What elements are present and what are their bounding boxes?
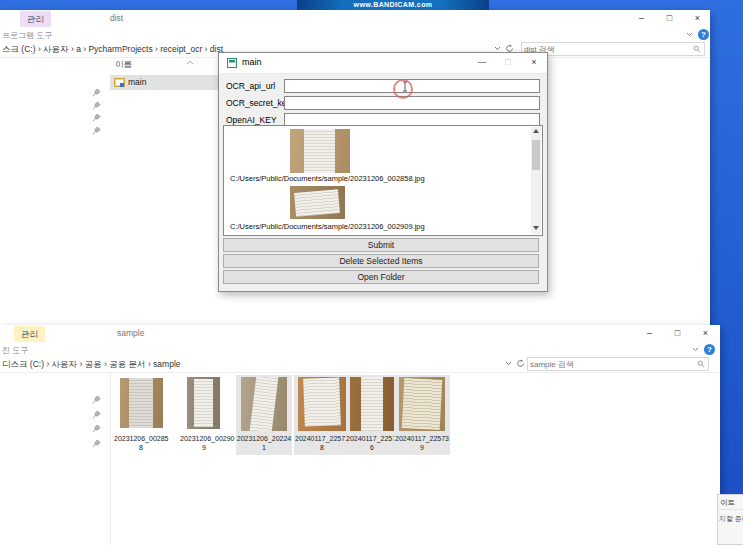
help-icon[interactable]: ? bbox=[704, 344, 715, 355]
minimize-button[interactable]: – bbox=[628, 10, 655, 28]
breadcrumb[interactable]: 디스크 (C:) › 사용자 › 공용 › 공용 문서 › sample bbox=[2, 359, 181, 371]
desktop: 관리 dist – □ × 프로그램 도구 ? 스크 (C:) › 사용자 › … bbox=[0, 0, 743, 545]
file-item-selected[interactable]: 20240117_22573 9 bbox=[394, 375, 450, 455]
list-item-path: C:/Users/Public/Documents/sample/2023120… bbox=[230, 174, 425, 183]
receipt-thumbnail bbox=[290, 186, 345, 219]
maximize-button[interactable]: □ bbox=[495, 53, 521, 73]
ocr-api-url-label: OCR_api_url bbox=[226, 81, 275, 91]
manage-tab[interactable]: 관리 bbox=[14, 326, 45, 342]
pin-icon[interactable] bbox=[92, 101, 101, 110]
minimize-button[interactable]: — bbox=[469, 53, 495, 73]
close-button[interactable]: × bbox=[692, 325, 719, 343]
explorer-sample-titlebar: 관리 sample – □ × bbox=[0, 325, 720, 343]
scroll-up-icon[interactable] bbox=[533, 129, 539, 133]
ocr-secret-key-field bbox=[284, 96, 540, 110]
maximize-button[interactable]: □ bbox=[656, 10, 683, 28]
file-item-selected[interactable]: 20240117_22572 6 bbox=[346, 375, 398, 455]
address-dropdown-icon[interactable] bbox=[505, 361, 512, 366]
list-item-path: C:/Users/Public/Documents/sample/2023120… bbox=[230, 222, 425, 231]
pin-icon[interactable] bbox=[92, 113, 101, 122]
receipt-thumbnail bbox=[298, 377, 346, 431]
search-icon[interactable] bbox=[697, 360, 705, 368]
file-item-label: 20231206_00290 9 bbox=[180, 435, 228, 452]
file-item-label: 20240117_22572 6 bbox=[346, 435, 398, 452]
minimize-button[interactable]: – bbox=[636, 325, 663, 343]
nav-pane-divider bbox=[110, 372, 111, 545]
address-bar: 디스크 (C:) › 사용자 › 공용 › 공용 문서 › sample bbox=[0, 356, 720, 373]
receipt-thumbnail bbox=[350, 377, 394, 431]
main-app-window: main — □ × OCR_api_url OCR_secret_key Op… bbox=[218, 52, 548, 292]
delete-selected-button[interactable]: Delete Selected Items bbox=[223, 254, 539, 268]
list-item[interactable]: C:/Users/Public/Documents/sample/2023120… bbox=[224, 184, 529, 232]
maximize-button[interactable]: □ bbox=[664, 325, 691, 343]
sort-ascending-icon[interactable] bbox=[186, 60, 194, 65]
pin-icon[interactable] bbox=[92, 439, 101, 448]
explorer-window-sample: 관리 sample – □ × 진 도구 ? 디스크 (C:) › 사용자 › … bbox=[0, 325, 720, 545]
pin-icon[interactable] bbox=[92, 410, 101, 419]
openai-key-label: OpenAI_KEY bbox=[226, 115, 277, 125]
submit-button[interactable]: Submit bbox=[223, 238, 539, 252]
search-input[interactable] bbox=[522, 43, 704, 55]
pin-icon[interactable] bbox=[92, 88, 101, 97]
help-icon[interactable]: ? bbox=[698, 29, 709, 40]
column-header-name[interactable]: 이름 bbox=[115, 59, 132, 71]
ocr-secret-key-label: OCR_secret_key bbox=[226, 98, 291, 108]
manage-tab[interactable]: 관리 bbox=[20, 11, 51, 27]
application-file-icon bbox=[114, 77, 125, 88]
file-item-label: 20231206_20224 1 bbox=[236, 435, 292, 452]
receipt-thumbnail bbox=[399, 377, 445, 431]
chevron-down-icon[interactable] bbox=[692, 347, 699, 352]
ribbon-tab-label[interactable]: 프로그램 도구 bbox=[2, 30, 52, 41]
ribbon-row: 프로그램 도구 ? bbox=[0, 28, 710, 42]
search-icon[interactable] bbox=[693, 45, 701, 53]
image-listbox: C:/Users/Public/Documents/sample/2023120… bbox=[223, 125, 543, 236]
vertical-scrollbar[interactable] bbox=[531, 127, 541, 234]
search-box bbox=[521, 42, 705, 56]
pin-icon[interactable] bbox=[92, 424, 101, 433]
receipt-thumbnail bbox=[187, 377, 220, 429]
ribbon-tab-label[interactable]: 진 도구 bbox=[2, 345, 28, 356]
window-title: sample bbox=[117, 328, 144, 338]
close-button[interactable]: × bbox=[521, 53, 547, 73]
scroll-down-icon[interactable] bbox=[533, 226, 539, 230]
file-item[interactable]: 20231206_00285 8 bbox=[114, 375, 168, 455]
file-item-selected[interactable]: 20240117_22571 8 bbox=[294, 375, 350, 455]
file-item-selected[interactable]: 20231206_20224 1 bbox=[236, 375, 292, 455]
watermark-text: www.BANDICAM.com bbox=[354, 1, 433, 8]
notification-divider bbox=[718, 509, 743, 510]
bandicam-watermark: www.BANDICAM.com bbox=[297, 0, 489, 10]
file-item[interactable]: 20231206_00290 9 bbox=[180, 375, 228, 455]
search-box bbox=[527, 357, 709, 371]
receipt-thumbnail bbox=[290, 129, 350, 173]
app-window-icon bbox=[227, 58, 237, 68]
ribbon-row: 진 도구 ? bbox=[0, 343, 720, 357]
receipt-thumbnail bbox=[241, 377, 287, 431]
close-button[interactable]: × bbox=[684, 10, 711, 28]
explorer-dist-titlebar: 관리 dist – □ × bbox=[0, 10, 710, 28]
main-app-titlebar: main — □ × bbox=[219, 53, 547, 74]
file-item-label: 20240117_22573 9 bbox=[394, 435, 450, 452]
open-folder-button[interactable]: Open Folder bbox=[223, 270, 539, 284]
address-dropdown-icon[interactable] bbox=[494, 46, 501, 51]
file-item-label: 20240117_22571 8 bbox=[294, 435, 350, 452]
pin-icon[interactable] bbox=[92, 395, 101, 404]
update-notification-popup[interactable]: 이트 지할 준비가 bbox=[717, 494, 743, 545]
refresh-icon[interactable] bbox=[516, 359, 525, 368]
main-app-title: main bbox=[242, 57, 262, 67]
pin-icon[interactable] bbox=[92, 126, 101, 135]
file-item-label: 20231206_00285 8 bbox=[114, 435, 168, 452]
notification-message: 지할 준비가 bbox=[719, 514, 743, 524]
search-input[interactable] bbox=[528, 358, 708, 370]
list-item[interactable]: C:/Users/Public/Documents/sample/2023120… bbox=[224, 126, 529, 183]
file-row-main[interactable]: main bbox=[110, 75, 220, 90]
chevron-down-icon[interactable] bbox=[686, 32, 693, 37]
scrollbar-thumb[interactable] bbox=[532, 140, 540, 170]
window-title: dist bbox=[110, 13, 123, 23]
notification-title: 이트 bbox=[720, 498, 735, 508]
text-cursor-icon bbox=[402, 81, 408, 92]
file-row-label: main bbox=[128, 77, 146, 87]
breadcrumb[interactable]: 스크 (C:) › 사용자 › a › PycharmProjects › re… bbox=[2, 44, 223, 56]
receipt-thumbnail bbox=[120, 378, 163, 428]
